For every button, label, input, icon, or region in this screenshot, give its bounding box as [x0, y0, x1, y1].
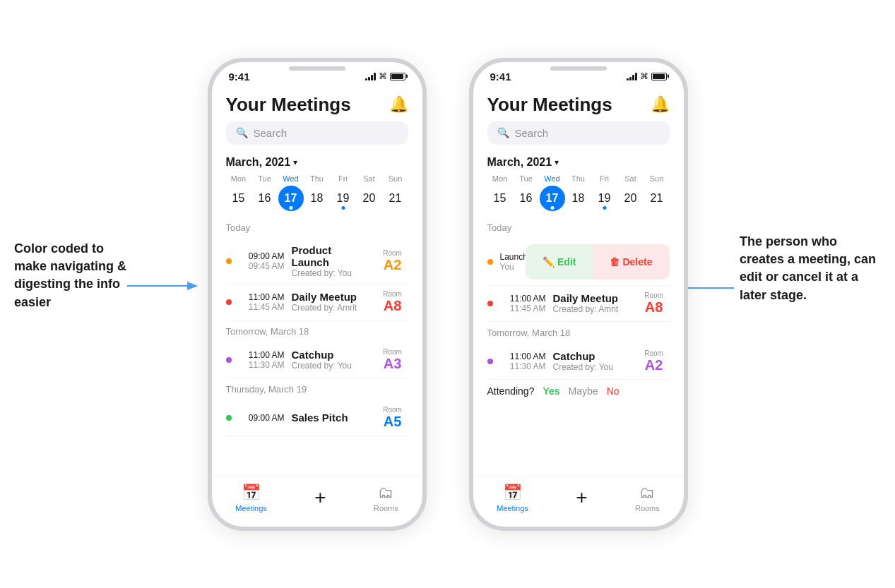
week-date-15-1[interactable]: 15 [226, 186, 251, 211]
meeting-dot-3 [226, 357, 232, 363]
bell-icon-1[interactable]: 🔔 [389, 95, 408, 114]
phone-2-inner: 9:41 ⌘ Your Meetings 🔔 [473, 62, 684, 527]
week-dates-row-2: 15 16 17 18 19 20 21 [487, 186, 670, 211]
swipe-actions: ✏️ Edit 🗑 Delete [526, 244, 669, 280]
room-number-1: A2 [377, 257, 408, 273]
status-time-2: 9:41 [490, 71, 511, 83]
meeting-item-product-launch[interactable]: 09:00 AM 09:45 AM Product Launch Created… [226, 239, 408, 284]
week-day-sun-1: Sun [383, 174, 408, 183]
meeting-item-daily-meetup[interactable]: 11:00 AM 11:45 AM Daily Meetup Created b… [226, 284, 408, 320]
room-badge-3: Room A3 [377, 348, 408, 372]
meeting-item-catchup-2[interactable]: 11:00 AM 11:30 AM Catchup Created by: Yo… [487, 344, 670, 380]
meeting-name-1: Product Launch [292, 244, 370, 268]
attending-yes[interactable]: Yes [543, 385, 559, 397]
week-date-18-1[interactable]: 18 [304, 186, 330, 211]
meeting-dot-catchup2 [487, 359, 493, 364]
week-day-fri-2: Fri [592, 174, 617, 183]
week-date-20-2[interactable]: 20 [618, 186, 644, 211]
meeting-start-catchup2: 11:00 AM [500, 352, 546, 361]
week-date-19-2[interactable]: 19 [592, 186, 617, 211]
left-annotation: Color coded to make navigating & digesti… [14, 240, 127, 311]
meeting-name-4: Sales Pitch [292, 412, 370, 424]
room-label-4: Room [377, 406, 408, 414]
chevron-down-icon-1: ▾ [293, 157, 297, 167]
room-number-catchup2: A2 [639, 357, 670, 373]
search-icon-1: 🔍 [236, 127, 248, 138]
week-date-16-1[interactable]: 16 [252, 186, 278, 211]
battery-icon-1 [390, 73, 405, 80]
meeting-item-catchup-1[interactable]: 11:00 AM 11:30 AM Catchup Created by: Yo… [226, 342, 408, 378]
tab-bar-2: 📅 Meetings + 🗂 Rooms [473, 476, 684, 527]
chevron-down-icon-2: ▾ [555, 157, 559, 167]
week-day-thu-2: Thu [566, 174, 591, 183]
meeting-end-1: 09:45 AM [239, 261, 285, 271]
meeting-item-launch-swipe[interactable]: Launch You Room A2 ✏️ [487, 239, 670, 286]
meeting-item-sales-pitch[interactable]: 09:00 AM Sales Pitch Room A5 [226, 400, 408, 436]
search-bar-1[interactable]: 🔍 Search [226, 121, 408, 145]
day-label-thursday-1: Thursday, March 19 [226, 384, 408, 395]
week-date-21-2[interactable]: 21 [644, 186, 670, 211]
week-date-19-1[interactable]: 19 [331, 186, 356, 211]
meeting-info-2: Daily Meetup Created by: Amrit [292, 291, 370, 313]
status-time-1: 9:41 [229, 71, 250, 83]
week-day-sat-1: Sat [357, 174, 382, 183]
meeting-info-dm2: Daily Meetup Created by: Amrit [553, 292, 632, 314]
attending-maybe[interactable]: Maybe [569, 385, 598, 397]
week-date-17-1[interactable]: 17 [278, 186, 304, 211]
tab-rooms-2[interactable]: 🗂 Rooms [635, 484, 660, 512]
room-label-3: Room [377, 348, 408, 356]
attending-no[interactable]: No [607, 385, 620, 397]
month-label-1: March, 2021 [226, 156, 291, 169]
tab-add-2[interactable]: + [576, 486, 587, 509]
search-bar-2[interactable]: 🔍 Search [487, 121, 670, 145]
status-bar-2: 9:41 ⌘ [473, 62, 684, 85]
status-icons-2: ⌘ [627, 71, 667, 81]
bell-icon-2[interactable]: 🔔 [651, 95, 670, 114]
wifi-icon-2: ⌘ [640, 71, 648, 81]
delete-label: Delete [622, 256, 652, 268]
tab-rooms-label-1: Rooms [374, 504, 398, 512]
tab-meetings-2[interactable]: 📅 Meetings [497, 484, 528, 512]
room-label-dm2: Room [639, 292, 670, 299]
search-icon-2: 🔍 [497, 127, 509, 138]
week-day-tue-1: Tue [252, 174, 278, 183]
tab-meetings-label-1: Meetings [235, 504, 267, 512]
meeting-name-dm2: Daily Meetup [553, 292, 632, 304]
tab-add-1[interactable]: + [314, 486, 326, 509]
meeting-list-1: Today 09:00 AM 09:45 AM Product Launch C… [212, 220, 422, 476]
tab-bar-1: 📅 Meetings + 🗂 Rooms [212, 476, 422, 527]
week-date-21-1[interactable]: 21 [383, 186, 408, 211]
room-label-2: Room [377, 290, 408, 298]
month-label-2: March, 2021 [487, 156, 552, 169]
status-bar-1: 9:41 ⌘ [212, 62, 422, 85]
week-strip-2: Mon Tue Wed Thu Fri Sat Sun 15 16 17 18 … [473, 174, 684, 220]
week-date-15-2[interactable]: 15 [487, 186, 513, 211]
delete-action[interactable]: 🗑 Delete [593, 244, 669, 280]
room-label-1: Room [377, 249, 408, 257]
week-date-20-1[interactable]: 20 [357, 186, 382, 211]
phone-2-title: Your Meetings [487, 94, 612, 116]
week-day-wed-1: Wed [278, 174, 304, 183]
meeting-info-catchup2: Catchup Created by: You [553, 350, 632, 372]
week-day-tue-2: Tue [514, 174, 539, 183]
signal-bars-2 [627, 72, 637, 80]
signal-bars-1 [365, 72, 376, 80]
delete-trash-icon: 🗑 [610, 256, 620, 268]
day-label-tomorrow-1: Tomorrow, March 18 [226, 326, 408, 337]
week-date-16-2[interactable]: 16 [514, 186, 539, 211]
tab-rooms-1[interactable]: 🗂 Rooms [374, 484, 398, 512]
week-date-17-2[interactable]: 17 [540, 186, 565, 211]
meeting-name-3: Catchup [292, 349, 370, 361]
week-date-18-2[interactable]: 18 [566, 186, 591, 211]
month-selector-2[interactable]: March, 2021 ▾ [473, 153, 684, 174]
phone-notch-2 [550, 66, 607, 71]
meeting-creator-catchup2: Created by: You [553, 362, 632, 372]
month-selector-1[interactable]: March, 2021 ▾ [212, 153, 422, 174]
phone-notch-1 [289, 66, 345, 71]
tab-meetings-1[interactable]: 📅 Meetings [235, 484, 267, 512]
meeting-item-daily-meetup-2[interactable]: 11:00 AM 11:45 AM Daily Meetup Created b… [487, 286, 670, 322]
meeting-info-3: Catchup Created by: You [292, 349, 370, 371]
edit-action[interactable]: ✏️ Edit [526, 244, 593, 280]
meeting-list-2: Today Launch You Room A2 [473, 220, 684, 476]
week-day-sun-2: Sun [644, 174, 670, 183]
